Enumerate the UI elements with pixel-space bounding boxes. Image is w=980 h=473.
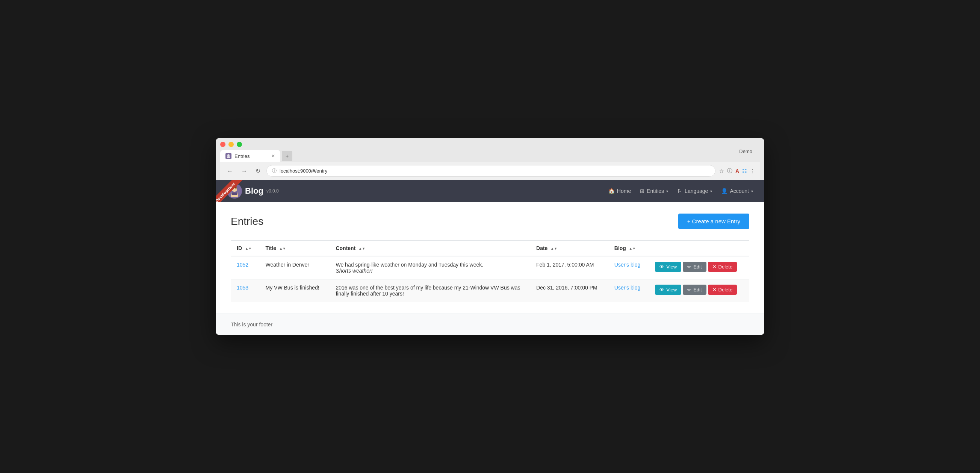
close-button[interactable]	[220, 142, 226, 147]
nav-links: 🏠 Home ⊞ Entities ▾ 🏳 Language ▾ 👤 Accou…	[608, 188, 753, 194]
minimize-button[interactable]	[229, 142, 234, 147]
entities-icon: ⊞	[640, 188, 644, 194]
row1-content: We had spring-like weather on Monday and…	[329, 256, 530, 279]
row1-date: Feb 1, 2017, 5:00:00 AM	[530, 256, 608, 279]
nav-language-label: Language	[685, 188, 708, 194]
address-icons-right: ☆ ⓘ A ☷ ⋮	[719, 168, 755, 174]
address-bar[interactable]: ⓘ localhost:9000/#/entry	[266, 165, 716, 177]
id-sort-icon: ▲▼	[245, 247, 252, 250]
brand-avatar	[227, 183, 242, 199]
edit-icon: ✏	[687, 287, 691, 293]
browser-window: Demo Entries ✕ + ← → ↻	[216, 138, 764, 335]
row2-content: 2016 was one of the best years of my lif…	[329, 279, 530, 302]
nav-entities[interactable]: ⊞ Entities ▾	[640, 188, 668, 194]
url-text: localhost:9000/#/entry	[280, 168, 327, 174]
row2-id: 1053	[231, 279, 260, 302]
top-nav: Development Blog v0.0.0	[216, 180, 764, 202]
row2-action-buttons: 👁 View ✏ Edit ✕ Delete	[655, 285, 743, 295]
col-actions	[649, 240, 749, 256]
main-content: Entries + Create a new Entry ID ▲▼ Title…	[216, 202, 764, 314]
table-row: 1053 My VW Bus is finished! 2016 was one…	[231, 279, 749, 302]
nav-account[interactable]: 👤 Account ▾	[721, 188, 753, 194]
edit-icon: ✏	[687, 264, 691, 269]
row2-edit-button[interactable]: ✏ Edit	[683, 285, 706, 295]
delete-icon: ✕	[713, 264, 717, 269]
traffic-lights	[220, 142, 760, 147]
row1-actions: 👁 View ✏ Edit ✕ Delete	[649, 256, 749, 279]
date-sort-icon: ▲▼	[550, 247, 557, 250]
content-sort-icon: ▲▼	[358, 247, 365, 250]
row1-edit-button[interactable]: ✏ Edit	[683, 262, 706, 272]
table-row: 1052 Weather in Denver We had spring-lik…	[231, 256, 749, 279]
nav-home-label: Home	[617, 188, 631, 194]
home-icon: 🏠	[608, 188, 615, 194]
app-content: Development Blog v0.0.0	[216, 180, 764, 335]
maximize-button[interactable]	[237, 142, 242, 147]
svg-point-5	[232, 188, 234, 190]
tab-title: Entries	[234, 153, 250, 159]
forward-button[interactable]: →	[239, 167, 250, 175]
nav-account-label: Account	[730, 188, 749, 194]
col-date[interactable]: Date ▲▼	[530, 240, 608, 256]
delete-icon: ✕	[713, 287, 717, 293]
col-id[interactable]: ID ▲▼	[231, 240, 260, 256]
tab-favicon	[226, 153, 231, 159]
view-icon: 👁	[659, 287, 664, 293]
language-icon: 🏳	[677, 188, 682, 194]
row2-id-link[interactable]: 1053	[237, 285, 248, 291]
row2-view-button[interactable]: 👁 View	[655, 285, 681, 295]
new-tab-button[interactable]: +	[282, 151, 292, 161]
nav-language[interactable]: 🏳 Language ▾	[677, 188, 712, 194]
security-icon: ⓘ	[272, 168, 277, 174]
row1-content-main: We had spring-like weather on Monday and…	[336, 262, 483, 268]
app-footer: This is your footer	[216, 314, 764, 335]
bookmark-icon[interactable]: ☆	[719, 168, 724, 174]
brand-version: v0.0.0	[266, 188, 279, 194]
svg-point-0	[228, 154, 230, 156]
col-content[interactable]: Content ▲▼	[329, 240, 530, 256]
extensions-icon[interactable]: A	[735, 168, 739, 174]
nav-home[interactable]: 🏠 Home	[608, 188, 631, 194]
account-icon: 👤	[721, 188, 727, 194]
row2-blog-link[interactable]: User's blog	[614, 285, 641, 291]
active-tab[interactable]: Entries ✕	[220, 150, 280, 162]
row2-blog: User's blog	[608, 279, 649, 302]
row2-actions: 👁 View ✏ Edit ✕ Delete	[649, 279, 749, 302]
row1-title: Weather in Denver	[260, 256, 330, 279]
col-blog[interactable]: Blog ▲▼	[608, 240, 649, 256]
row1-blog-link[interactable]: User's blog	[614, 262, 641, 268]
blog-sort-icon: ▲▼	[629, 247, 636, 250]
back-button[interactable]: ←	[225, 167, 235, 175]
title-sort-icon: ▲▼	[279, 247, 286, 250]
row2-content-main: 2016 was one of the best years of my lif…	[336, 285, 520, 297]
row1-blog: User's blog	[608, 256, 649, 279]
row1-content-sub: Shorts weather!	[336, 268, 372, 274]
col-title[interactable]: Title ▲▼	[260, 240, 330, 256]
refresh-button[interactable]: ↻	[253, 167, 262, 175]
page-header: Entries + Create a new Entry	[231, 213, 749, 229]
svg-rect-7	[232, 186, 237, 188]
svg-rect-4	[231, 193, 237, 195]
info-icon[interactable]: ⓘ	[727, 168, 732, 174]
row2-date: Dec 31, 2016, 7:00:00 PM	[530, 279, 608, 302]
row1-id: 1052	[231, 256, 260, 279]
row1-id-link[interactable]: 1052	[237, 262, 248, 268]
tab-close-icon[interactable]: ✕	[271, 153, 275, 159]
brand-name: Blog	[245, 186, 263, 196]
nav-entities-label: Entities	[647, 188, 664, 194]
app-icon[interactable]: ☷	[742, 168, 747, 174]
row2-delete-button[interactable]: ✕ Delete	[708, 285, 737, 295]
brand: Blog v0.0.0	[227, 183, 279, 199]
tabs-bar: Entries ✕ +	[220, 150, 760, 162]
footer-text: This is your footer	[231, 322, 272, 328]
language-dropdown-icon: ▾	[710, 189, 712, 193]
table-header: ID ▲▼ Title ▲▼ Content ▲▼ Date	[231, 240, 749, 256]
entries-table: ID ▲▼ Title ▲▼ Content ▲▼ Date	[231, 240, 749, 302]
row1-view-button[interactable]: 👁 View	[655, 262, 681, 272]
menu-icon[interactable]: ⋮	[750, 168, 755, 174]
svg-point-6	[235, 188, 237, 190]
entities-dropdown-icon: ▾	[666, 189, 668, 193]
account-dropdown-icon: ▾	[751, 189, 753, 193]
create-entry-button[interactable]: + Create a new Entry	[678, 213, 749, 229]
row1-delete-button[interactable]: ✕ Delete	[708, 262, 737, 272]
